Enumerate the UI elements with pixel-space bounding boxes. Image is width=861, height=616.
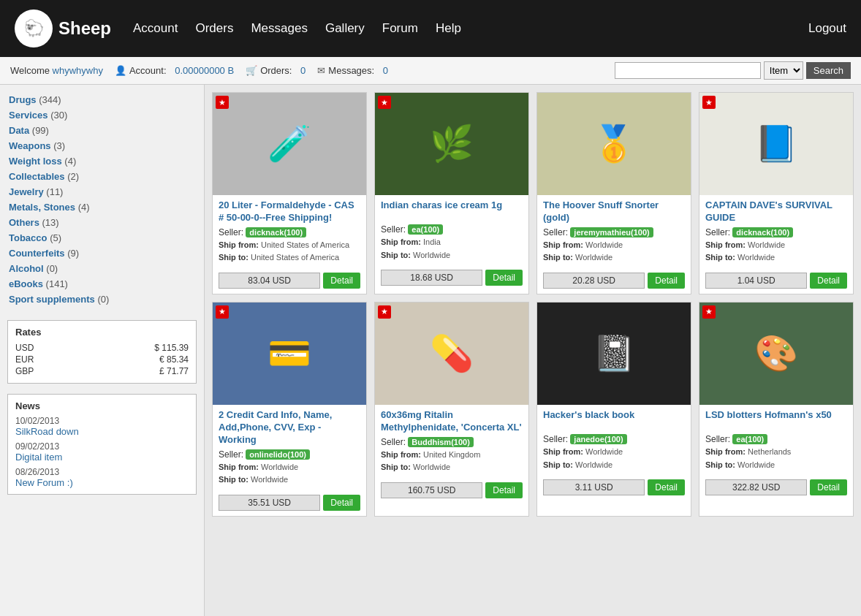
product-image: 💳 [213, 303, 366, 405]
rates-box: Rates USD$ 115.39EUR€ 85.34GBP£ 71.77 [7, 320, 197, 384]
seller-name[interactable]: dicknack(100) [732, 227, 793, 237]
price-box: 20.28 USD [543, 273, 645, 289]
product-image: 📓 [537, 303, 691, 405]
seller-name[interactable]: Buddhism(100) [408, 437, 473, 447]
product-title[interactable]: 20 Liter - Formaldehyde - CAS # 50-00-0-… [219, 199, 360, 224]
card-body: CAPTAIN DAVE's SURVIVAL GUIDE Seller: di… [699, 195, 853, 269]
ship-info: Ship from: Worldwide Ship to: Worldwide [543, 446, 685, 471]
category-item[interactable]: Drugs (344) [7, 92, 197, 107]
detail-button[interactable]: Detail [648, 273, 685, 289]
seller-name[interactable]: jeremymathieu(100) [570, 227, 653, 237]
product-title[interactable]: Indian charas ice cream 1g [381, 199, 523, 221]
seller-info: Seller: dicknack(100) [705, 227, 847, 237]
category-item[interactable]: Collectables (2) [7, 169, 197, 184]
card-body: LSD blotters Hofmann's x50 Seller: ea(10… [699, 405, 853, 476]
category-item[interactable]: Counterfeits (9) [7, 246, 197, 261]
ship-info: Ship from: India Ship to: Worldwide [381, 236, 523, 262]
search-input[interactable] [615, 62, 761, 79]
product-card: 📓 Hacker's black book Seller: janedoe(10… [536, 302, 691, 517]
card-footer: 1.04 USD Detail [699, 269, 853, 294]
category-item[interactable]: Others (13) [7, 215, 197, 230]
product-card: 🥇 The Hoover Snuff Snorter (gold) Seller… [536, 92, 691, 294]
seller-name[interactable]: ea(100) [408, 224, 443, 235]
category-item[interactable]: Tobacco (5) [7, 230, 197, 246]
detail-button[interactable]: Detail [810, 273, 847, 289]
product-card: ★ 🎨 LSD blotters Hofmann's x50 Seller: e… [699, 302, 854, 517]
cart-icon: 🛒 [246, 65, 257, 76]
card-body: 20 Liter - Formaldehyde - CAS # 50-00-0-… [213, 195, 366, 269]
card-footer: 18.68 USD Detail [375, 266, 528, 291]
category-item[interactable]: Metals, Stones (4) [7, 199, 197, 215]
category-item[interactable]: Data (99) [7, 123, 197, 138]
category-item[interactable]: Sport supplements (0) [7, 292, 197, 307]
category-item[interactable]: Weight loss (4) [7, 153, 197, 169]
ship-info: Ship from: Worldwide Ship to: Worldwide [219, 461, 360, 487]
card-footer: 160.75 USD Detail [375, 479, 528, 503]
product-title[interactable]: The Hoover Snuff Snorter (gold) [543, 199, 685, 224]
seller-name[interactable]: janedoe(100) [570, 434, 626, 444]
product-card: ★ 🌿 Indian charas ice cream 1g Seller: e… [374, 92, 529, 294]
news-date: 09/02/2013 [15, 441, 189, 452]
ship-info: Ship from: Worldwide Ship to: Worldwide [705, 239, 847, 265]
category-item[interactable]: Alcohol (0) [7, 261, 197, 276]
nav-account[interactable]: Account [133, 21, 178, 36]
product-title[interactable]: Hacker's black book [543, 409, 685, 431]
seller-name[interactable]: dicknack(100) [246, 227, 306, 237]
search-button[interactable]: Search [806, 62, 851, 79]
detail-button[interactable]: Detail [485, 270, 523, 286]
sidebar: Drugs (344)Services (30)Data (99)Weapons… [0, 85, 205, 616]
messages-value: 0 [383, 65, 388, 76]
nav-messages[interactable]: Messages [251, 21, 307, 36]
seller-info: Seller: dicknack(100) [219, 227, 360, 237]
main-content: ★ 🧪 20 Liter - Formaldehyde - CAS # 50-0… [205, 85, 861, 616]
messages-info: ✉ Messages: 0 [317, 65, 388, 76]
username-link[interactable]: whywhywhy [53, 65, 103, 76]
news-link[interactable]: SilkRoad down [15, 426, 189, 437]
nav-orders[interactable]: Orders [195, 21, 233, 36]
product-title[interactable]: 2 Credit Card Info, Name, Add,Phone, CVV… [219, 409, 360, 446]
news-link[interactable]: New Forum :) [15, 477, 189, 488]
category-item[interactable]: eBooks (141) [7, 276, 197, 292]
nav-forum[interactable]: Forum [382, 21, 418, 36]
detail-button[interactable]: Detail [810, 479, 847, 495]
news-date: 10/02/2013 [15, 416, 189, 426]
category-item[interactable]: Jewelry (11) [7, 184, 197, 199]
product-title[interactable]: CAPTAIN DAVE's SURVIVAL GUIDE [705, 199, 847, 224]
envelope-icon: ✉ [317, 65, 325, 76]
seller-name[interactable]: onlinelido(100) [246, 449, 310, 460]
detail-button[interactable]: Detail [648, 479, 685, 495]
price-box: 83.04 USD [219, 273, 320, 289]
detail-button[interactable]: Detail [485, 482, 523, 498]
category-item[interactable]: Weapons (3) [7, 138, 197, 153]
nav-help[interactable]: Help [436, 21, 461, 36]
news-date: 08/26/2013 [15, 467, 189, 477]
price-box: 322.82 USD [705, 479, 807, 495]
product-image: 🎨 [699, 303, 853, 405]
seller-info: Seller: jeremymathieu(100) [543, 227, 685, 237]
logo-area: 🐑 Sheep [15, 9, 111, 47]
card-footer: 83.04 USD Detail [213, 269, 366, 294]
ship-info: Ship from: United Kingdom Ship to: World… [381, 449, 523, 474]
detail-button[interactable]: Detail [323, 495, 360, 511]
star-badge: ★ [702, 96, 716, 109]
ship-info: Ship from: Worldwide Ship to: Worldwide [543, 239, 685, 265]
news-link[interactable]: Digital item [15, 452, 189, 463]
seller-info: Seller: ea(100) [381, 224, 523, 235]
detail-button[interactable]: Detail [323, 273, 360, 289]
layout: Drugs (344)Services (30)Data (99)Weapons… [0, 85, 861, 616]
subheader: Welcome whywhywhy 👤 Account: 0.00000000 … [0, 57, 861, 85]
product-image: 🥇 [537, 93, 691, 195]
product-title[interactable]: LSD blotters Hofmann's x50 [705, 409, 847, 431]
account-value: 0.00000000 B [175, 65, 234, 76]
nav-gallery[interactable]: Gallery [325, 21, 365, 36]
item-select[interactable]: Item [764, 61, 803, 80]
product-title[interactable]: 60x36mg Ritalin Methylphenidate, 'Concer… [381, 409, 523, 434]
account-icon: 👤 [115, 65, 126, 76]
logout-button[interactable]: Logout [808, 21, 846, 36]
rate-row: USD$ 115.39 [15, 342, 189, 354]
card-footer: 20.28 USD Detail [537, 269, 691, 294]
seller-name[interactable]: ea(100) [732, 434, 767, 444]
card-body: 60x36mg Ritalin Methylphenidate, 'Concer… [375, 405, 528, 479]
category-item[interactable]: Services (30) [7, 107, 197, 123]
product-card: ★ 🧪 20 Liter - Formaldehyde - CAS # 50-0… [212, 92, 367, 294]
